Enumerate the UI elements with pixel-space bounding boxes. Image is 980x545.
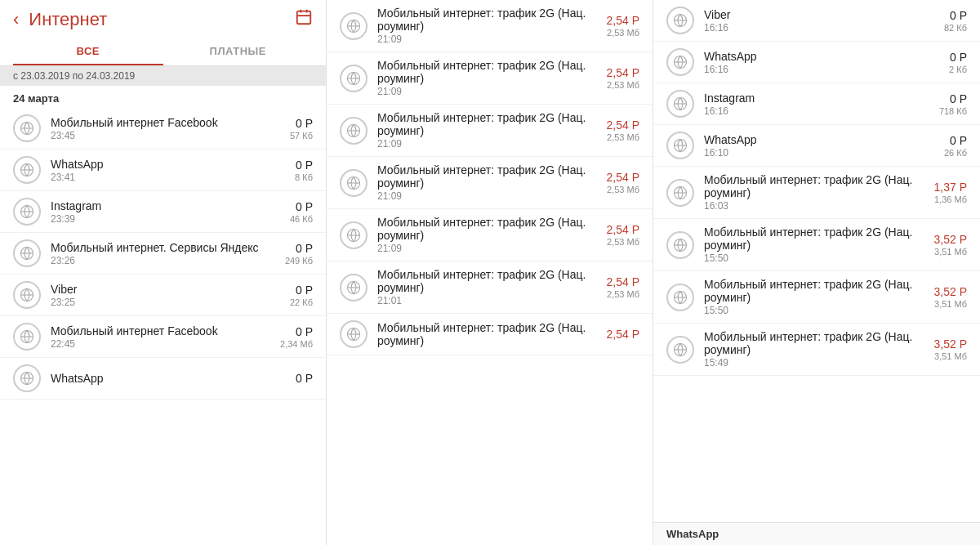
item-info: Мобильный интернет: трафик 2G (Нац. роум…: [377, 111, 607, 150]
item-price: 0 Р: [944, 134, 967, 147]
item-time: 16:16: [704, 105, 939, 117]
globe-icon: [13, 364, 41, 392]
header-top: ‹ Интернет: [13, 8, 313, 30]
item-name: Мобильный интернет: трафик 2G (Нац. роум…: [704, 330, 934, 356]
item-price: 3,52 Р: [934, 337, 967, 351]
list-item[interactable]: WhatsApp 16:10 0 Р 26 Кб: [653, 125, 980, 167]
item-info: Мобильный интернет: трафик 2G (Нац. роум…: [377, 163, 607, 202]
item-info: Мобильный интернет. Сервисы Яндекс 23:26: [51, 241, 285, 266]
list-item[interactable]: Мобильный интернет: трафик 2G (Нац. роум…: [327, 261, 653, 314]
item-time: 16:03: [704, 200, 934, 212]
item-time: 21:09: [377, 190, 607, 202]
item-name: Мобильный интернет: трафик 2G (Нац. роум…: [377, 111, 607, 137]
item-info: Мобильный интернет: трафик 2G (Нац. роум…: [377, 268, 607, 306]
list-item[interactable]: WhatsApp 16:16 0 Р 2 Кб: [653, 42, 980, 83]
item-name: Мобильный интернет: трафик 2G (Нац. роум…: [704, 173, 934, 199]
list-item[interactable]: Мобильный интернет: трафик 2G (Нац. роум…: [653, 167, 980, 219]
item-price: 2,54 Р: [607, 171, 639, 184]
item-cost: 0 Р 249 Кб: [285, 242, 313, 266]
item-size: 718 Кб: [939, 106, 967, 116]
item-size: 2,53 Мб: [607, 185, 639, 194]
item-name: Мобильный интернет: трафик 2G (Нац. роум…: [377, 163, 607, 190]
list-item[interactable]: Instagram 16:16 0 Р 718 Кб: [653, 83, 980, 125]
list-item[interactable]: Instagram 23:39 0 Р 46 Кб: [0, 191, 326, 233]
list-item[interactable]: Мобильный интернет: трафик 2G (Нац. роум…: [653, 324, 980, 376]
item-size: 3,51 Мб: [934, 351, 967, 361]
globe-icon: [340, 221, 368, 249]
list-item[interactable]: Viber 16:16 0 Р 82 Кб: [653, 0, 980, 42]
item-size: 46 Кб: [290, 214, 313, 224]
list-item[interactable]: Мобильный интернет: трафик 2G (Нац. роум…: [327, 105, 653, 157]
item-name: Мобильный интернет: трафик 2G (Нац. роум…: [377, 7, 607, 33]
item-time: 21:09: [377, 243, 607, 254]
item-time: 23:45: [51, 130, 290, 141]
item-cost: 2,54 Р: [607, 328, 639, 342]
list-item[interactable]: Мобильный интернет: трафик 2G (Нац. роум…: [653, 219, 980, 271]
tab-paid[interactable]: ПЛАТНЫЕ: [163, 37, 314, 65]
item-price: 2,54 Р: [607, 328, 639, 341]
list-item[interactable]: Мобильный интернет: трафик 2G (Нац. роум…: [327, 209, 653, 261]
item-time: 21:01: [377, 295, 607, 306]
list-item[interactable]: Мобильный интернет: трафик 2G (Нац. роум…: [653, 271, 980, 324]
item-info: Мобильный интернет: трафик 2G (Нац. роум…: [704, 226, 934, 264]
list-item[interactable]: Мобильный интернет: трафик 2G (Нац. роум…: [327, 0, 653, 52]
list-item[interactable]: Мобильный интернет Facebook 22:45 0 Р 2,…: [0, 316, 326, 358]
tab-all[interactable]: ВСЕ: [13, 37, 163, 65]
list-item[interactable]: Viber 23:25 0 Р 22 Кб: [0, 275, 326, 316]
item-price: 0 Р: [939, 92, 967, 105]
item-time: 23:26: [51, 255, 285, 266]
item-price: 0 Р: [285, 242, 313, 255]
item-price: 0 Р: [949, 51, 967, 64]
item-time: 15:49: [704, 357, 934, 369]
globe-icon: [666, 48, 694, 76]
item-cost: 0 Р 8 Кб: [295, 159, 313, 182]
svg-rect-0: [297, 11, 311, 25]
item-info: Instagram 16:16: [704, 92, 939, 117]
item-size: 2,53 Мб: [607, 237, 639, 247]
col1-list: Мобильный интернет Facebook 23:45 0 Р 57…: [0, 108, 326, 545]
list-item[interactable]: Мобильный интернет: трафик 2G (Нац. роум…: [327, 157, 653, 209]
list-item[interactable]: Мобильный интернет. Сервисы Яндекс 23:26…: [0, 233, 326, 275]
item-info: Мобильный интернет: трафик 2G (Нац. роум…: [377, 321, 607, 348]
item-price: 0 Р: [290, 117, 313, 130]
item-name: WhatsApp: [704, 50, 949, 63]
col2-list: Мобильный интернет: трафик 2G (Нац. роум…: [327, 0, 653, 545]
list-item[interactable]: Мобильный интернет Facebook 23:45 0 Р 57…: [0, 108, 326, 150]
item-cost: 1,37 Р 1,36 Мб: [934, 181, 967, 204]
list-item[interactable]: WhatsApp 0 Р: [0, 358, 326, 400]
item-cost: 2,54 Р 2,53 Мб: [607, 118, 639, 142]
list-item[interactable]: Мобильный интернет: трафик 2G (Нац. роум…: [327, 52, 653, 105]
item-cost: 0 Р 57 Кб: [290, 117, 313, 141]
item-price: 2,54 Р: [607, 66, 639, 79]
item-name: WhatsApp: [51, 372, 296, 385]
item-size: 249 Кб: [285, 256, 313, 266]
item-cost: 0 Р 46 Кб: [290, 200, 313, 224]
item-price: 3,52 Р: [934, 285, 967, 298]
item-size: 2,34 Мб: [280, 339, 313, 349]
list-item[interactable]: Мобильный интернет: трафик 2G (Нац. роум…: [327, 314, 653, 355]
back-button[interactable]: ‹: [13, 9, 19, 30]
globe-icon: [666, 7, 694, 34]
item-size: 3,51 Мб: [934, 299, 967, 309]
item-info: Мобильный интернет: трафик 2G (Нац. роум…: [704, 330, 934, 369]
item-info: Мобильный интернет Facebook 23:45: [51, 116, 290, 141]
globe-icon: [666, 336, 694, 364]
item-cost: 3,52 Р 3,51 Мб: [934, 337, 967, 361]
item-price: 1,37 Р: [934, 181, 967, 194]
item-size: 82 Кб: [944, 23, 967, 33]
list-item[interactable]: WhatsApp 23:41 0 Р 8 Кб: [0, 150, 326, 191]
item-time: 16:10: [704, 147, 944, 159]
item-cost: 0 Р: [296, 372, 313, 386]
calendar-icon[interactable]: [295, 8, 313, 30]
globe-icon: [13, 239, 41, 267]
item-info: WhatsApp 16:10: [704, 133, 944, 159]
column-3: Viber 16:16 0 Р 82 Кб WhatsApp 16:16 0 Р…: [653, 0, 980, 545]
item-name: Мобильный интернет: трафик 2G (Нац. роум…: [377, 216, 607, 242]
item-size: 57 Кб: [290, 131, 313, 141]
item-size: 2,53 Мб: [607, 289, 639, 299]
item-time: 21:09: [377, 86, 607, 97]
item-size: 2,53 Мб: [607, 80, 639, 90]
header: ‹ Интернет ВСЕ ПЛАТНЫЕ: [0, 0, 326, 66]
item-price: 2,54 Р: [607, 223, 639, 236]
item-cost: 0 Р 82 Кб: [944, 9, 967, 33]
